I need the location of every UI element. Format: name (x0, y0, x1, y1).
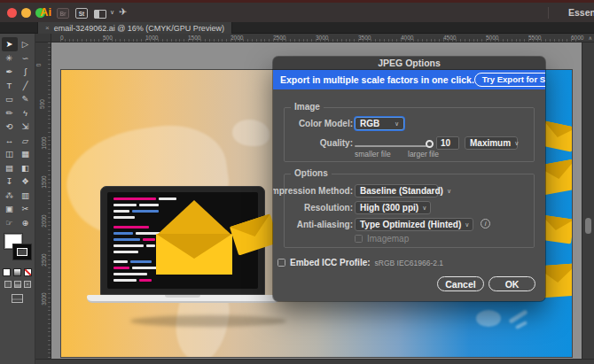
draw-inside-icon[interactable] (24, 281, 31, 288)
mesh-tool[interactable]: ▤ (2, 161, 18, 175)
draw-normal-icon[interactable] (4, 281, 12, 288)
rotate-tool[interactable]: ⟲ (2, 120, 18, 134)
drawing-modes-row (4, 281, 31, 288)
draw-behind-icon[interactable] (14, 281, 21, 288)
chevron-down-icon: ∨ (465, 221, 469, 228)
share-icon[interactable]: ✈ (119, 6, 127, 18)
world-map-greenland (232, 120, 270, 146)
imagemap-row: Imagemap (355, 234, 409, 244)
ruler-number: 500 (103, 35, 113, 41)
stock-icon[interactable]: St (75, 8, 88, 19)
slice-tool[interactable]: ✂ (18, 202, 34, 216)
illustrator-logo: Ai (40, 5, 51, 19)
arrange-documents-icon[interactable] (94, 10, 106, 19)
width-tool[interactable]: ↔ (2, 134, 18, 148)
imagemap-checkbox (355, 235, 363, 243)
lasso-tool[interactable]: ∽ (18, 51, 34, 66)
chevron-down-icon: ∨ (422, 205, 426, 212)
quality-label: Quality: (320, 138, 353, 148)
image-group-label: Image (291, 102, 324, 112)
resolution-dropdown[interactable]: High (300 ppi) ∨ (355, 201, 431, 214)
perspective-grid-tool[interactable]: ▦ (18, 147, 34, 161)
tool-grid: ➤▷✳∽✒∫T╱▭✎✏ϟ⟲⇲↔▱◫▦▤◧↧❖⁂▥▣✂☞⊕ (2, 37, 34, 229)
compression-method-value: Baseline (Standard) (360, 186, 443, 196)
info-icon[interactable]: i (481, 219, 490, 228)
compression-method-dropdown[interactable]: Baseline (Standard) ∨ (355, 184, 438, 197)
chevron-down-icon: ∨ (514, 140, 519, 147)
pencil-tool[interactable]: ✏ (2, 106, 18, 120)
chevron-down-icon[interactable]: ∨ (110, 9, 114, 16)
embed-icc-checkbox[interactable] (277, 259, 285, 267)
quality-level-value: Maximum (470, 138, 511, 148)
anti-aliasing-value: Type Optimized (Hinted) (360, 220, 461, 229)
shape-builder-tool[interactable]: ◫ (2, 147, 18, 161)
ruler-number: 500 (39, 99, 45, 109)
tab-close-icon[interactable]: × (45, 25, 50, 32)
symbol-sprayer-tool[interactable]: ⁂ (2, 189, 18, 203)
artboard-tool[interactable]: ▣ (2, 202, 18, 216)
ruler-number: 3000 (316, 35, 328, 41)
ok-button[interactable]: OK (488, 276, 535, 291)
quality-level-dropdown[interactable]: Maximum ∨ (465, 136, 518, 150)
zoom-tool[interactable]: ⊕ (18, 216, 34, 230)
try-export-for-screens-button[interactable]: Try Export for Screens (474, 73, 545, 87)
scroll-up-arrow-icon[interactable]: ∧ (589, 35, 592, 41)
tools-panel: ➤▷✳∽✒∫T╱▭✎✏ϟ⟲⇲↔▱◫▦▤◧↧❖⁂▥▣✂☞⊕ (0, 34, 35, 364)
eyedropper-tool[interactable]: ↧ (2, 174, 18, 189)
vertical-scrollbar[interactable] (582, 43, 594, 359)
gradient-button[interactable] (13, 268, 21, 276)
anti-aliasing-dropdown[interactable]: Type Optimized (Hinted) ∨ (355, 218, 473, 231)
cancel-button[interactable]: Cancel (437, 276, 484, 291)
color-button[interactable] (3, 268, 11, 276)
ruler-number: 0 (60, 35, 64, 41)
vertical-scrollbar-handle[interactable] (585, 218, 591, 234)
none-button[interactable] (24, 268, 32, 276)
resolution-value: High (300 ppi) (360, 203, 418, 213)
color-model-dropdown[interactable]: RGB ∨ (355, 117, 404, 130)
document-tab[interactable]: × email-3249062.ai @ 16% (CMYK/GPU Previ… (37, 22, 232, 34)
shaper-tool[interactable]: ϟ (18, 106, 34, 120)
ruler-number: 0 (35, 64, 42, 67)
chevron-down-icon: ∨ (395, 120, 399, 128)
magic-wand-tool[interactable]: ✳ (2, 51, 18, 66)
curvature-tool[interactable]: ∫ (18, 65, 34, 79)
hand-tool[interactable]: ☞ (2, 216, 18, 230)
smaller-file-label: smaller file (355, 150, 391, 159)
scale-tool[interactable]: ⇲ (18, 120, 34, 134)
world-map-island (515, 321, 528, 329)
ruler-number: 5500 (528, 35, 541, 41)
stroke-color-swatch[interactable] (13, 244, 31, 259)
pen-tool[interactable]: ✒ (2, 65, 18, 79)
tab-title: email-3249062.ai @ 16% (CMYK/GPU Preview… (54, 24, 224, 33)
type-tool[interactable]: T (2, 79, 18, 93)
gradient-tool[interactable]: ◧ (18, 161, 34, 175)
banner-text: Export in multiple scale factors in one … (280, 74, 474, 85)
ruler-number: 1000 (41, 136, 47, 149)
laptop-shadow (130, 315, 286, 327)
ruler-origin-box[interactable] (35, 34, 51, 43)
selection-tool[interactable]: ➤ (2, 37, 18, 51)
graph-tool[interactable]: ▥ (18, 189, 34, 203)
bridge-icon[interactable]: Br (57, 8, 69, 19)
quality-slider-knob[interactable] (426, 140, 434, 148)
world-map-australia (476, 310, 501, 327)
vertical-ruler: 050010001500200025003000 (35, 43, 51, 359)
ruler-number: 4500 (443, 35, 456, 41)
paintbrush-tool[interactable]: ✎ (18, 92, 34, 106)
close-window-button[interactable] (7, 8, 17, 18)
line-segment-tool[interactable]: ╱ (18, 79, 34, 93)
rectangle-tool[interactable]: ▭ (2, 92, 18, 106)
chevron-down-icon: ∨ (447, 188, 451, 195)
blend-tool[interactable]: ❖ (18, 174, 34, 189)
quality-slider-track[interactable] (355, 145, 429, 147)
quality-value-field[interactable]: 10 (436, 136, 459, 150)
free-transform-tool[interactable]: ▱ (18, 134, 34, 148)
screen-mode-icon[interactable] (12, 294, 23, 303)
illustrator-window: Ai Br St ∨ ✈ Essent × email-3249062.ai @… (0, 0, 594, 364)
minimize-window-button[interactable] (21, 8, 31, 18)
horizontal-scrollbar[interactable] (35, 359, 594, 364)
workspace-switcher[interactable]: Essent (568, 7, 594, 18)
fill-stroke-swatches (4, 234, 32, 264)
direct-selection-tool[interactable]: ▷ (18, 37, 34, 51)
resolution-label: Resolution: (304, 203, 353, 213)
